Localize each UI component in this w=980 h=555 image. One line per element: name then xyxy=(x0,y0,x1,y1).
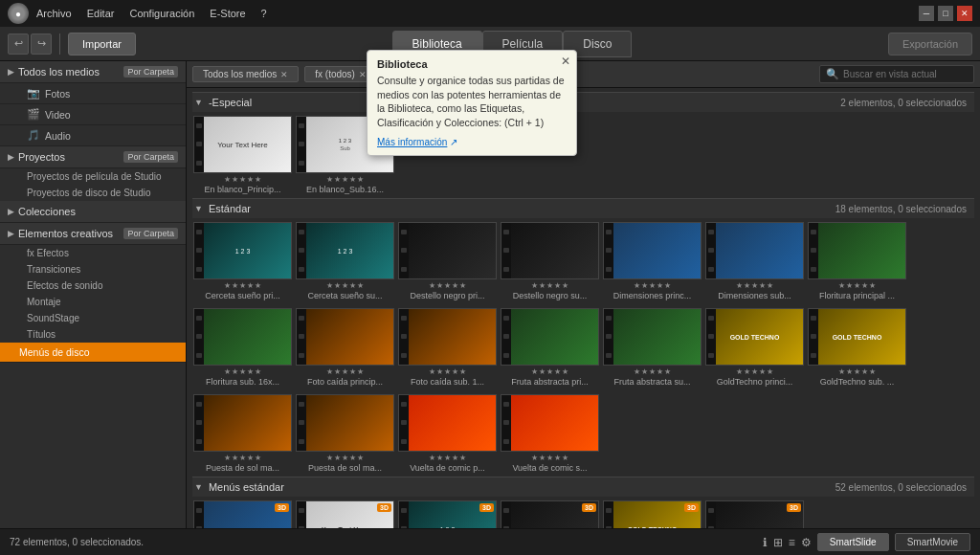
sidebar-section-collections[interactable]: ▶ Colecciones xyxy=(0,201,186,223)
thumb-wrapper: GOLD TECHNO3D xyxy=(603,500,702,528)
sidebar-item-effects[interactable]: fx Efectos xyxy=(0,245,186,261)
list-item[interactable]: Your Text Here3D ★★★★★ Menu 3D 2 xyxy=(295,500,395,528)
list-item[interactable]: Your Text Here ★★★★★ En blanco_Princip..… xyxy=(192,116,293,194)
all-media-filter[interactable]: Por Carpeta xyxy=(123,66,178,78)
info-button[interactable]: ℹ xyxy=(763,536,768,549)
maximize-button[interactable]: □ xyxy=(938,6,953,21)
list-item[interactable]: ★★★★★ Destello negro su... xyxy=(500,222,600,300)
thumb-img xyxy=(501,309,598,365)
list-item[interactable]: ★★★★★ Vuelta de comic p... xyxy=(397,394,498,473)
menu-help[interactable]: ? xyxy=(261,8,267,19)
sidebar-item-disc-menus[interactable]: Menús de disco xyxy=(0,343,186,363)
section-standard[interactable]: ▼ Estándar 18 elementos, 0 seleccionados xyxy=(192,198,974,218)
list-item[interactable]: ★★★★★ Puesta de sol ma... xyxy=(295,394,395,473)
list-item[interactable]: GOLD TECHNO ★★★★★ GoldTechno princi... xyxy=(704,308,805,387)
smartmovie-tab[interactable]: SmartMovie xyxy=(895,533,970,551)
smartslide-tab[interactable]: SmartSlide xyxy=(817,533,889,551)
list-item[interactable]: GOLD TECHNO ★★★★★ GoldTechno sub. ... xyxy=(807,308,907,387)
section-special[interactable]: ▼ -Especial 2 elementos, 0 seleccionados xyxy=(192,92,974,112)
sidebar-section-projects[interactable]: ▶ Proyectos Por Carpeta xyxy=(0,146,186,168)
thumb-img xyxy=(604,309,701,365)
sidebar-item-sound-effects[interactable]: Efectos de sonido xyxy=(0,278,186,294)
sidebar-item-movie-projects[interactable]: Proyectos de película de Studio xyxy=(0,168,186,185)
thumb-label: Vuelta de comic p... xyxy=(410,463,485,473)
thumb-label: En blanco_Sub.16... xyxy=(306,185,384,194)
close-button[interactable]: ✕ xyxy=(957,6,972,21)
star-rating: ★★★★★ xyxy=(224,175,261,184)
menu-configuracion[interactable]: Configuración xyxy=(129,8,194,19)
sidebar-item-audio[interactable]: 🎵 Audio xyxy=(0,125,186,146)
menus-arrow-icon: ▼ xyxy=(194,482,203,492)
thumb-wrapper xyxy=(193,394,292,452)
projects-filter[interactable]: Por Carpeta xyxy=(123,151,178,163)
menu-archivo[interactable]: Archivo xyxy=(36,8,72,19)
filmstrip xyxy=(809,309,818,365)
sidebar-item-transitions[interactable]: Transiciones xyxy=(0,261,186,278)
list-item[interactable]: 1 2 3 ★★★★★ Cerceta sueño su... xyxy=(295,222,395,300)
redo-button[interactable]: ↪ xyxy=(31,33,52,55)
list-item[interactable]: 1 2 33D ★★★★★ Menu 3D 3 xyxy=(397,500,498,528)
menu-editar[interactable]: Editar xyxy=(87,8,115,19)
list-item[interactable]: GOLD TECHNO3D ★★★★★ Menu 3D 5 xyxy=(602,500,702,528)
thumb-wrapper xyxy=(501,394,599,452)
tab-all-media[interactable]: Todos los medios ✕ xyxy=(192,66,299,82)
video-icon: 🎬 xyxy=(27,108,40,121)
sidebar-item-fotos[interactable]: 📷 Fotos xyxy=(0,83,186,104)
thumb-wrapper: GOLD TECHNO xyxy=(808,308,906,366)
list-item[interactable]: ★★★★★ Dimensiones princ... xyxy=(602,222,702,300)
list-item[interactable]: ★★★★★ Destello negro pri... xyxy=(397,222,498,300)
grid-view-button[interactable]: ⊞ xyxy=(773,536,783,549)
thumb-label: Dimensiones sub... xyxy=(718,291,791,300)
tab-fx-close[interactable]: ✕ xyxy=(359,70,367,79)
thumb-wrapper xyxy=(398,394,497,452)
standard-thumbs-row2: ★★★★★ Floritura sub. 16x... ★★★★★ Foto c… xyxy=(192,304,974,390)
thumb-wrapper xyxy=(296,308,394,366)
list-item[interactable]: 1 2 3 ★★★★★ Cerceta sueño pri... xyxy=(192,222,293,300)
view-options-button[interactable]: ⚙ xyxy=(801,536,812,549)
list-item[interactable]: 3D ★★★★★ Menu 3D 1 xyxy=(192,500,293,528)
sidebar-section-all-media[interactable]: ▶ Todos los medios Por Carpeta xyxy=(0,61,186,83)
filmstrip xyxy=(194,309,204,365)
list-view-button[interactable]: ≡ xyxy=(789,536,795,549)
minimize-button[interactable]: ─ xyxy=(919,6,934,21)
list-item[interactable]: 3D ★★★★★ Menu 3D 4 xyxy=(500,500,600,528)
list-item[interactable]: ★★★★★ Dimensiones sub... xyxy=(704,222,805,300)
section-menus-standard[interactable]: ▼ Menús estándar 52 elementos, 0 selecci… xyxy=(192,477,974,497)
movie-projects-label: Proyectos de película de Studio xyxy=(27,171,162,182)
import-button[interactable]: Importar xyxy=(68,33,136,56)
sidebar-item-soundstage[interactable]: SoundStage xyxy=(0,310,186,326)
star-rating: ★★★★★ xyxy=(838,367,876,376)
thumb-label: GoldTechno princi... xyxy=(717,377,793,387)
special-count: 2 elementos, 0 seleccionados xyxy=(840,98,972,108)
photo-icon: 📷 xyxy=(27,87,40,100)
sidebar-item-disc-projects[interactable]: Proyectos de disco de Studio xyxy=(0,185,186,201)
star-rating: ★★★★★ xyxy=(531,367,568,376)
list-item[interactable]: ★★★★★ Fruta abstracta pri... xyxy=(500,308,600,387)
sidebar-section-creative[interactable]: ▶ Elementos creativos Por Carpeta xyxy=(0,223,186,245)
content-area: Todos los medios ✕ fx (todos) ✕ + Etique… xyxy=(187,61,980,528)
thumb-wrapper xyxy=(808,222,906,279)
undo-button[interactable]: ↩ xyxy=(8,33,29,55)
menu-estore[interactable]: E-Store xyxy=(210,8,245,19)
creative-filter[interactable]: Por Carpeta xyxy=(123,228,178,239)
tooltip-link[interactable]: Más información xyxy=(377,137,447,147)
star-rating: ★★★★★ xyxy=(531,454,568,462)
tooltip-close-button[interactable]: ✕ xyxy=(561,55,570,68)
list-item[interactable]: 3D ★★★★★ Menu 3D 6 xyxy=(704,500,805,528)
sidebar-item-titles[interactable]: Títulos xyxy=(0,326,186,343)
search-input[interactable] xyxy=(843,69,968,79)
list-item[interactable]: ★★★★★ Foto caída sub. 1... xyxy=(397,308,498,387)
tab-all-media-close[interactable]: ✕ xyxy=(280,70,288,79)
list-item[interactable]: ★★★★★ Foto caída princip... xyxy=(295,308,395,387)
list-item[interactable]: ★★★★★ Floritura sub. 16x... xyxy=(192,308,293,387)
list-item[interactable]: ★★★★★ Fruta abstracta su... xyxy=(602,308,702,387)
list-item[interactable]: ★★★★★ Floritura principal ... xyxy=(807,222,907,300)
sidebar-item-montage[interactable]: Montaje xyxy=(0,294,186,310)
export-button[interactable]: Exportación xyxy=(888,33,972,56)
sidebar-item-video[interactable]: 🎬 Video xyxy=(0,104,186,125)
star-rating: ★★★★★ xyxy=(224,454,261,462)
sound-effects-label: Efectos de sonido xyxy=(27,280,103,291)
list-item[interactable]: ★★★★★ Puesta de sol ma... xyxy=(192,394,293,473)
thumb-label: Foto caída princip... xyxy=(307,377,383,387)
list-item[interactable]: ★★★★★ Vuelta de comic s... xyxy=(500,394,600,473)
